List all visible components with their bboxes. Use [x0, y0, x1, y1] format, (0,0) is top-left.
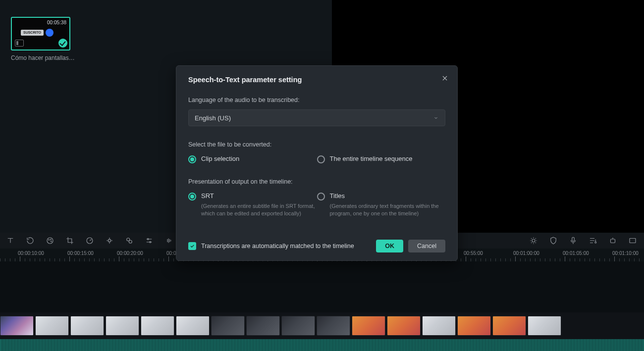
ruler-time-label: 00:55:00 [464, 251, 483, 256]
timeline-video-track[interactable] [0, 312, 644, 339]
clip-title-label: Cómo hacer pantallas ... [11, 54, 75, 61]
sliders-icon[interactable] [145, 236, 154, 245]
radio-clip-selection-label: Clip selection [201, 155, 239, 162]
radio-srt-label: SRT [201, 192, 315, 200]
timeline-clip[interactable] [387, 316, 421, 336]
media-clip-card[interactable]: 00:05:38 SUSCRITO Cómo hacer pantallas .… [11, 17, 71, 61]
presentation-label: Presentation of output on the timeline: [188, 178, 445, 185]
timeline-clip[interactable] [70, 316, 104, 336]
svg-rect-5 [108, 240, 111, 242]
timeline-clip[interactable] [35, 316, 69, 336]
like-icon [46, 29, 54, 37]
queue-icon[interactable] [589, 236, 597, 245]
radio-srt-description: (Generates an entire subtitle file in SR… [201, 202, 315, 217]
audio-wave-icon[interactable] [164, 236, 173, 245]
svg-rect-13 [611, 239, 615, 243]
file-select-label: Select the file to be converted: [188, 141, 445, 148]
speech-to-text-dialog: Speech-to-Text parameter setting Languag… [176, 65, 458, 261]
svg-point-3 [51, 241, 52, 242]
ruler-time-label: 00:01:05:00 [563, 251, 589, 256]
crop-icon[interactable] [65, 236, 74, 245]
clip-badge: SUSCRITO [21, 30, 44, 36]
svg-point-1 [49, 240, 50, 241]
close-button[interactable] [439, 73, 450, 84]
radio-entire-timeline-label: The entire timeline sequence [330, 155, 413, 162]
timeline-clip[interactable] [422, 316, 456, 336]
history-icon[interactable] [26, 236, 35, 245]
audio-waveform [0, 339, 644, 351]
ruler-time-label: 00:01:10:00 [612, 251, 639, 256]
radio-titles-label: Titles [330, 192, 444, 200]
timeline-clip[interactable] [457, 316, 491, 336]
cancel-button[interactable]: Cancel [408, 240, 445, 252]
timeline-clip[interactable] [317, 316, 350, 336]
svg-rect-14 [630, 239, 636, 243]
timeline-clip[interactable] [492, 316, 526, 336]
effects-icon[interactable] [125, 236, 134, 245]
text-tool-icon[interactable] [6, 236, 15, 245]
clip-selected-check-icon [58, 39, 67, 48]
clip-marker-icon [15, 40, 24, 47]
language-select-value: English (US) [195, 114, 231, 122]
radio-entire-timeline[interactable] [317, 155, 325, 163]
radio-clip-selection[interactable] [188, 155, 196, 163]
ruler-time-label: 00:00:15:00 [67, 251, 94, 256]
timeline-clip[interactable] [141, 316, 174, 336]
svg-point-2 [51, 239, 52, 240]
ruler-time-label: 00:00:20:00 [117, 251, 143, 256]
svg-point-0 [47, 238, 53, 244]
language-select[interactable]: English (US) [188, 109, 445, 126]
svg-point-12 [595, 242, 596, 243]
timeline-clip[interactable] [352, 316, 385, 336]
radio-titles[interactable] [317, 193, 325, 201]
svg-point-10 [532, 239, 535, 242]
timeline-clip[interactable] [528, 316, 561, 336]
ok-button[interactable]: OK [376, 240, 403, 252]
media-clip-thumbnail[interactable]: 00:05:38 SUSCRITO [11, 17, 70, 50]
clip-duration-label: 00:05:38 [47, 20, 66, 25]
radio-srt[interactable] [188, 193, 196, 201]
chevron-down-icon [433, 115, 439, 121]
timeline-clip[interactable] [0, 316, 34, 336]
mic-icon[interactable] [569, 236, 578, 245]
robot-icon[interactable] [608, 236, 617, 245]
palette-icon[interactable] [46, 236, 54, 245]
center-icon[interactable] [105, 236, 114, 245]
language-label: Language of the audio to be transcribed: [188, 97, 445, 103]
ruler-time-label: 00:01:00:00 [513, 251, 539, 256]
timeline-tracks-empty[interactable] [0, 261, 644, 312]
expand-icon[interactable] [628, 236, 637, 245]
brightness-icon[interactable] [529, 236, 538, 245]
svg-rect-11 [572, 237, 575, 241]
auto-match-checkbox[interactable] [188, 242, 196, 250]
timeline-audio-track[interactable] [0, 339, 644, 351]
timeline-clip[interactable] [106, 316, 139, 336]
auto-match-label: Transcriptions are automatically matched… [201, 243, 354, 250]
timeline-clip[interactable] [246, 316, 280, 336]
ruler-time-label: 00:00:10:00 [18, 251, 44, 256]
shield-icon[interactable] [549, 236, 558, 245]
dialog-title: Speech-to-Text parameter setting [188, 76, 445, 84]
timeline-clip[interactable] [211, 316, 245, 336]
speed-icon[interactable] [85, 236, 94, 245]
timeline-clip[interactable] [176, 316, 210, 336]
timeline-clip[interactable] [281, 316, 315, 336]
svg-point-7 [129, 240, 132, 243]
radio-titles-description: (Generates ordinary text fragments withi… [330, 202, 444, 217]
